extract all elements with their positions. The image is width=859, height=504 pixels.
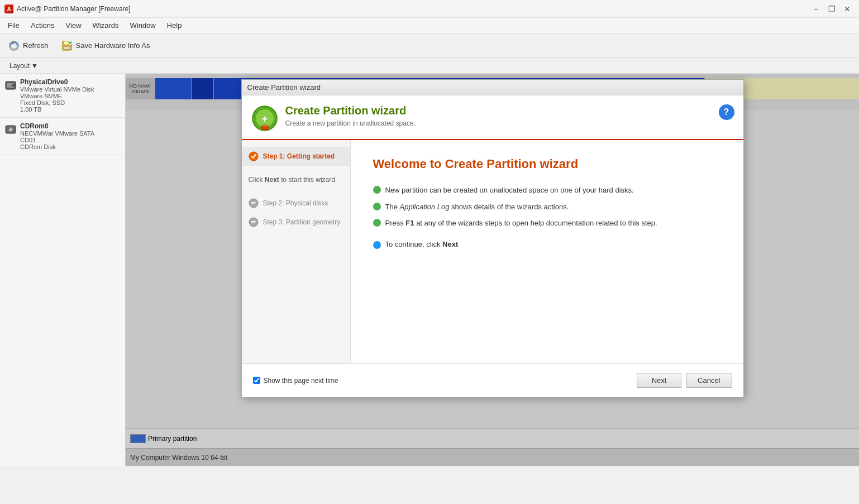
- disk-item-0[interactable]: PhysicalDrive0 VMware Virtual NVMe Disk …: [0, 74, 125, 118]
- svg-rect-12: [7, 86, 10, 87]
- layout-label: Layout: [9, 62, 30, 70]
- wizard-header: + Create Partition wizard Create a new p…: [242, 95, 743, 140]
- menu-bar: File Actions View Wizards Window Help: [0, 18, 859, 33]
- show-next-time-label: Show this page next time: [264, 377, 338, 385]
- svg-text:A: A: [7, 6, 11, 12]
- bullet-dot-1: [373, 203, 381, 210]
- restore-button[interactable]: ❐: [824, 3, 839, 15]
- continue-text: To continue, click Next: [385, 240, 459, 248]
- bullet-text-0: New partition can be created on unalloca…: [385, 185, 634, 196]
- svg-rect-11: [7, 84, 12, 85]
- bullet-dot-0: [373, 186, 381, 194]
- svg-rect-4: [64, 41, 68, 45]
- menu-window[interactable]: Window: [125, 19, 161, 32]
- step1-label: Step 1: Getting started: [263, 152, 335, 160]
- svg-rect-16: [8, 128, 9, 129]
- step2-icon: [249, 198, 259, 208]
- main-area: PhysicalDrive0 VMware Virtual NVMe Disk …: [0, 74, 859, 466]
- minimize-button[interactable]: −: [809, 3, 823, 15]
- layout-button[interactable]: Layout ▼: [4, 60, 43, 71]
- wizard-subtitle: Create a new partition in unallocated sp…: [285, 119, 416, 127]
- bullet-dot-2: [373, 219, 381, 227]
- show-next-time-checkbox[interactable]: [253, 377, 260, 384]
- wizard-title-block: Create Partition wizard Create a new par…: [285, 104, 416, 127]
- disk-info-1: CDRom0 NECVMWar VMware SATA CD01 CDRom D…: [20, 122, 94, 150]
- save-hardware-button[interactable]: + Save Hardware Info As: [55, 36, 156, 56]
- left-panel: PhysicalDrive0 VMware Virtual NVMe Disk …: [0, 74, 126, 466]
- bullet-text-1: The Application Log shows details of the…: [385, 201, 569, 213]
- bullet-list: New partition can be created on unalloca…: [373, 185, 721, 229]
- menu-help[interactable]: Help: [161, 19, 188, 32]
- title-bar: A Active@ Partition Manager [Freeware] −…: [0, 0, 859, 18]
- step-item-1[interactable]: Step 1: Getting started: [242, 147, 350, 166]
- svg-point-15: [10, 129, 12, 131]
- svg-rect-5: [64, 47, 70, 49]
- step3-icon: [249, 217, 259, 227]
- cancel-button[interactable]: Cancel: [686, 373, 732, 388]
- svg-rect-25: [251, 204, 254, 205]
- menu-file[interactable]: File: [2, 19, 25, 32]
- disk-detail-0-4: 1.00 TB: [20, 106, 94, 113]
- svg-point-10: [12, 84, 15, 87]
- menu-actions[interactable]: Actions: [25, 19, 60, 32]
- welcome-title: Welcome to Create Partition wizard: [373, 157, 721, 171]
- hdd-icon: [4, 79, 17, 92]
- wizard-titlebar-text: Create Partition wizard: [247, 83, 321, 92]
- disk-detail-0-1: VMware Virtual NVMe Disk: [20, 86, 94, 93]
- svg-rect-24: [251, 202, 256, 203]
- bullet-item-0: New partition can be created on unalloca…: [373, 185, 721, 196]
- disk-detail-1-4: CDRom Disk: [20, 143, 94, 150]
- wizard-title: Create Partition wizard: [285, 104, 416, 117]
- wizard-dialog: Create Partition wizard +: [241, 79, 744, 397]
- wizard-footer: Show this page next time Next Cancel: [242, 363, 743, 397]
- disk-name-0: PhysicalDrive0: [20, 78, 94, 86]
- step2-label: Step 2: Physical disks: [263, 199, 328, 207]
- bullet-text-2: Press F1 at any of the wizards steps to …: [385, 218, 657, 229]
- svg-rect-27: [251, 221, 256, 222]
- disk-item-1[interactable]: CDRom0 NECVMWar VMware SATA CD01 CDRom D…: [0, 118, 125, 155]
- wizard-content: Welcome to Create Partition wizard New p…: [351, 140, 743, 363]
- svg-text:+: +: [69, 42, 70, 45]
- refresh-label: Refresh: [23, 41, 49, 50]
- continue-line: To continue, click Next: [373, 240, 721, 249]
- svg-point-23: [249, 199, 258, 208]
- refresh-button[interactable]: Refresh: [2, 36, 54, 56]
- disk-detail-0-2: VMware NVME: [20, 93, 94, 99]
- continue-dot: [373, 241, 381, 249]
- wizard-titlebar: Create Partition wizard: [242, 80, 743, 95]
- menu-view[interactable]: View: [60, 19, 87, 32]
- title-bar-controls: − ❐ ✕: [809, 3, 855, 15]
- step-item-2[interactable]: Step 2: Physical disks: [242, 194, 350, 213]
- disk-detail-0-3: Fixed Disk, SSD: [20, 99, 94, 106]
- disk-name-1: CDRom0: [20, 122, 94, 130]
- disk-info-0: PhysicalDrive0 VMware Virtual NVMe Disk …: [20, 78, 94, 113]
- modal-overlay: Create Partition wizard +: [126, 74, 859, 466]
- disk-detail-1-1: NECVMWar VMware SATA: [20, 130, 94, 137]
- next-button[interactable]: Next: [637, 373, 681, 388]
- app-icon: A: [4, 4, 13, 13]
- step1-icon: [249, 151, 259, 161]
- layout-dropdown-icon: ▼: [31, 62, 38, 70]
- content-area: NO NAMI200 MB Primary partition My Compu…: [126, 74, 859, 466]
- step-instruction: Click Next to start this wizard.: [242, 166, 350, 194]
- title-bar-left: A Active@ Partition Manager [Freeware]: [4, 4, 131, 13]
- close-button[interactable]: ✕: [840, 3, 855, 15]
- svg-rect-21: [263, 124, 266, 127]
- wizard-header-left: + Create Partition wizard Create a new p…: [251, 104, 416, 132]
- app-title: Active@ Partition Manager [Freeware]: [17, 5, 131, 13]
- wizard-body: Step 1: Getting started Click Next to st…: [242, 140, 743, 363]
- step-instruction-text: Click Next to start this wizard.: [249, 176, 337, 184]
- help-icon[interactable]: ?: [719, 104, 734, 120]
- save-hardware-label: Save Hardware Info As: [76, 41, 150, 50]
- step-item-3[interactable]: Step 3: Partition geometry: [242, 213, 350, 232]
- bullet-item-2: Press F1 at any of the wizards steps to …: [373, 218, 721, 229]
- refresh-icon: [8, 40, 20, 52]
- save-hardware-icon: +: [61, 40, 73, 52]
- cdrom-icon: [4, 123, 17, 136]
- disk-detail-1-2: CD01: [20, 137, 94, 143]
- svg-point-22: [249, 152, 258, 161]
- wizard-logo: +: [251, 104, 279, 132]
- show-next-time-area: Show this page next time: [253, 377, 338, 385]
- menu-wizards[interactable]: Wizards: [87, 19, 125, 32]
- svg-rect-28: [251, 223, 255, 224]
